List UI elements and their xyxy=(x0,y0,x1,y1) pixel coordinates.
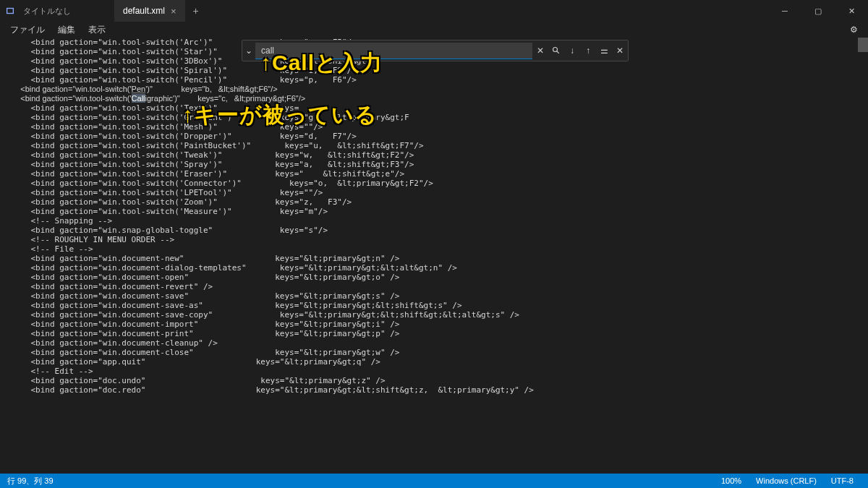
code-line: <bind gaction="win.document-save-copy" k… xyxy=(12,310,856,320)
code-line: <bind gaction="win.document-import" keys… xyxy=(12,320,856,329)
clear-icon[interactable]: ✕ xyxy=(532,43,548,59)
code-line: <bind gaction="win.tool-switch('Zoom')" … xyxy=(12,197,856,207)
code-line: <bind gaction="win.document-close" keys=… xyxy=(12,348,856,357)
code-line: <bind gaction="win.tool-switch('Tweak')"… xyxy=(12,150,856,160)
code-line: <bind gaction="app.quit" keys="&lt;prima… xyxy=(12,357,856,367)
code-line: <bind gaction="win.tool-switch('Spiral')… xyxy=(12,66,856,75)
menu-file[interactable]: ファイル xyxy=(4,22,51,38)
find-bar: ⌄ ✕ ↓ ↑ ⚌ ✕ xyxy=(242,40,629,61)
code-line: <bind gaction="win.document-dialog-templ… xyxy=(12,263,856,273)
code-line: <bind gaction="win.tool-switch('Pen')" k… xyxy=(12,85,856,94)
code-line: <bind gaction="win.document-open" keys="… xyxy=(12,273,856,282)
code-line: <bind gaction="win.tool-switch('Dropper'… xyxy=(12,132,856,141)
code-line: <bind gaction="win.tool-switch('Connecto… xyxy=(12,179,856,188)
tab-default-xml[interactable]: default.xml × xyxy=(114,0,185,22)
code-line: <!-- Snapping --> xyxy=(12,216,856,226)
scrollbar-thumb[interactable] xyxy=(858,38,868,52)
search-input[interactable] xyxy=(255,43,532,59)
code-line: <bind gaction="win.tool-switch('LPETool'… xyxy=(12,188,856,197)
code-line: <bind gaction="doc.redo" keys="&lt;prima… xyxy=(12,385,856,395)
svg-rect-0 xyxy=(7,9,14,14)
status-bar: 行 99、列 39 100% Windows (CRLF) UTF-8 xyxy=(0,474,868,488)
app-icon xyxy=(0,0,20,22)
cursor-position[interactable]: 行 99、列 39 xyxy=(7,476,714,487)
svg-line-2 xyxy=(557,51,559,53)
minimize-button[interactable]: ─ xyxy=(768,0,801,22)
close-button[interactable]: ✕ xyxy=(835,0,868,22)
code-line: <bind gaction="win.tool-switch('Eraser')… xyxy=(12,169,856,179)
gear-icon[interactable]: ⚙ xyxy=(850,25,858,35)
code-line: <!-- ROUGHLY IN MENU ORDER --> xyxy=(12,235,856,244)
code-line: <bind gaction="doc.undo" keys="&lt;prima… xyxy=(12,376,856,385)
tab-label: default.xml xyxy=(123,6,165,16)
code-line: <bind gaction="win.document-new" keys="&… xyxy=(12,254,856,263)
prev-match-icon[interactable]: ↑ xyxy=(580,43,596,59)
code-line: <bind gaction="win.snap-global-toggle" k… xyxy=(12,226,856,235)
filter-icon[interactable]: ⚌ xyxy=(596,43,612,59)
code-line: <bind gaction="win.tool-switch('Spray')"… xyxy=(12,160,856,169)
code-line: <bind gaction="win.tool-switch('Mesh')" … xyxy=(12,122,856,132)
code-line: <bind gaction="win.document-revert" /> xyxy=(12,282,856,291)
svg-point-1 xyxy=(553,48,558,52)
search-match: Call xyxy=(132,94,145,103)
code-line: <!-- Edit --> xyxy=(12,367,856,376)
maximize-button[interactable]: ▢ xyxy=(801,0,835,22)
code-line: <bind gaction="win.document-save-as" key… xyxy=(12,301,856,310)
search-icon[interactable] xyxy=(548,43,564,59)
code-line: <bind gaction="win.tool-switch('Measure'… xyxy=(12,207,856,216)
menu-edit[interactable]: 編集 xyxy=(52,22,81,38)
code-line: <bind gaction="win.document-cleanup" /> xyxy=(12,338,856,348)
code-line: <!-- File --> xyxy=(12,244,856,254)
chevron-down-icon[interactable]: ⌄ xyxy=(242,46,255,56)
code-line: <bind gaction="win.document-print" keys=… xyxy=(12,329,856,338)
code-line: <bind gaction="win.tool-switch('Gradient… xyxy=(12,113,856,122)
next-match-icon[interactable]: ↓ xyxy=(564,43,580,59)
code-line: <bind gaction="win.tool-switch('PaintBuc… xyxy=(12,141,856,150)
code-line: <bind gaction="win.tool-switch('Calligra… xyxy=(12,94,856,103)
close-icon[interactable]: × xyxy=(171,6,176,17)
editor-area[interactable]: <bind gaction="win.tool-switch('Arc')" k… xyxy=(0,38,868,474)
window-title: タイトルなし xyxy=(20,6,71,17)
menu-view[interactable]: 表示 xyxy=(82,22,111,38)
new-tab-button[interactable]: + xyxy=(185,0,207,22)
code-line: <bind gaction="win.tool-switch('Pencil')… xyxy=(12,75,856,85)
code-line: <bind gaction="win.document-save" keys="… xyxy=(12,291,856,301)
encoding-indicator[interactable]: UTF-8 xyxy=(824,476,861,485)
zoom-level[interactable]: 100% xyxy=(714,476,749,485)
code-line: <bind gaction="win.tool-switch('Text')" … xyxy=(12,103,856,113)
close-search-icon[interactable]: ✕ xyxy=(612,43,628,59)
eol-indicator[interactable]: Windows (CRLF) xyxy=(749,476,824,485)
